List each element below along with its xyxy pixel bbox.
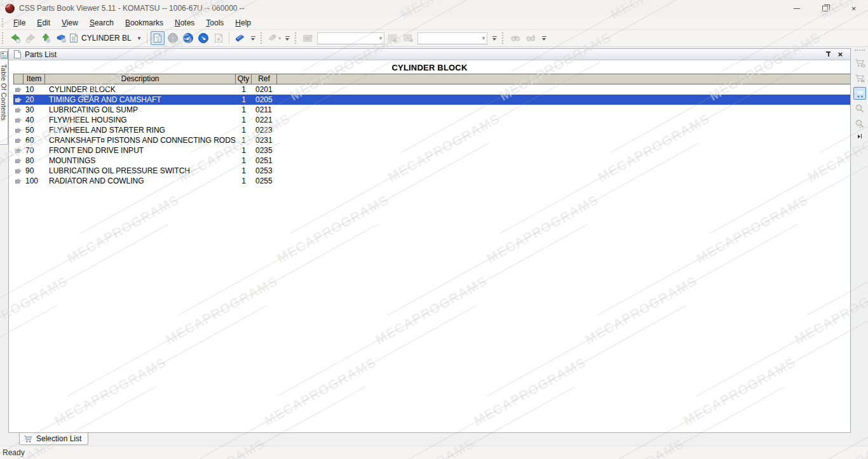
close-button[interactable]: ×: [839, 0, 868, 17]
toolbar-separator: [229, 32, 229, 44]
up-level-button[interactable]: [39, 31, 53, 45]
history-book-button[interactable]: [54, 31, 68, 45]
figure-combo-dropdown-icon[interactable]: ▾: [379, 35, 384, 41]
toolbar-drag-handle[interactable]: [2, 32, 5, 44]
toc-toggle-button[interactable]: [151, 31, 165, 45]
menu-bar: FileEditViewSearchBookmarksNotesToolsHel…: [0, 17, 868, 30]
menu-item-help[interactable]: Help: [229, 17, 257, 29]
prev-figure-button[interactable]: [386, 31, 400, 45]
row-arrow-icon: [15, 87, 22, 93]
toolbar-drag-handle[interactable]: [261, 32, 264, 44]
menubar-drag-handle[interactable]: [2, 18, 5, 27]
add-to-selection-list-button[interactable]: [853, 87, 866, 100]
table-row[interactable]: 20TIMING GEAR AND CAMSHAFT10205: [13, 95, 850, 105]
table-row[interactable]: 100RADIATOR AND COWLING10255: [13, 176, 850, 186]
selection-list-tab[interactable]: Selection List: [19, 433, 88, 445]
table-row[interactable]: 60CRANKSHAFT¤ PISTONS AND CONNECTING ROD…: [13, 135, 850, 145]
table-row[interactable]: 90LUBRICATING OIL PRESSURE SWITCH10253: [13, 166, 850, 176]
cart-remove-button[interactable]: [853, 72, 866, 84]
back-button[interactable]: [8, 31, 22, 45]
nav-next-button[interactable]: ↘: [196, 31, 210, 45]
cell-description: TIMING GEAR AND CAMSHAFT: [45, 95, 236, 105]
find-next-button[interactable]: [524, 31, 538, 45]
toolbar-overflow-button[interactable]: [249, 32, 257, 44]
menu-item-bookmarks[interactable]: Bookmarks: [119, 17, 169, 29]
toolbar-overflow-button[interactable]: [283, 32, 291, 44]
row-arrow-icon: [15, 107, 22, 113]
header-filler: [277, 74, 850, 84]
cell-item: 70: [24, 145, 45, 156]
table-row[interactable]: 30LUBRICATING OIL SUMP10211: [13, 105, 850, 115]
zoom-search-button[interactable]: [853, 102, 866, 115]
nav-up-button[interactable]: ↑: [166, 31, 180, 45]
cell-description: FRONT END DRIVE INPUT: [45, 145, 236, 156]
view-image-button[interactable]: [301, 31, 315, 45]
book-combo[interactable]: CYLINDER BL ▾: [70, 32, 143, 45]
right-toolbar-drag-handle[interactable]: [855, 50, 865, 53]
figure-combo[interactable]: ▾: [317, 32, 384, 44]
toolbar-drag-handle[interactable]: [502, 32, 505, 44]
cell-description: MOUNTINGS: [45, 156, 236, 166]
menu-item-tools[interactable]: Tools: [200, 17, 229, 29]
toc-tab-icon: [1, 50, 8, 62]
notes-book-button[interactable]: [233, 31, 247, 45]
cell-ref: 0235: [252, 145, 277, 156]
sheet-combo-dropdown-icon[interactable]: ▾: [482, 35, 487, 41]
menu-item-search[interactable]: Search: [84, 17, 119, 29]
panel-close-icon[interactable]: ×: [837, 51, 843, 58]
table-row[interactable]: 10CYLINDER BLOCK10201: [13, 84, 850, 95]
next-figure-icon: [403, 34, 414, 43]
parts-list-body: CYLINDER BLOCK Item Description Qty Ref …: [9, 60, 850, 432]
close-document-button[interactable]: ×: [212, 31, 226, 45]
toolbar-overflow-button[interactable]: [540, 32, 548, 44]
cell-filler: [277, 84, 850, 95]
restore-button[interactable]: [811, 0, 839, 17]
image-frame-icon: [302, 34, 314, 43]
menu-item-file[interactable]: File: [8, 17, 31, 29]
nav-previous-button[interactable]: ↙: [181, 31, 195, 45]
parts-table: Item Description Qty Ref 10CYLINDER BLOC…: [13, 74, 850, 186]
cell-ref: 0205: [252, 95, 277, 105]
table-row[interactable]: 80MOUNTINGS10251: [13, 156, 850, 166]
cell-item: 30: [24, 105, 45, 115]
table-of-contents-tab[interactable]: Table Of Contents: [0, 48, 8, 145]
stamp-dropdown-icon[interactable]: ▾: [278, 36, 281, 41]
cell-ref: 0251: [252, 156, 277, 166]
next-figure-button[interactable]: [402, 31, 416, 45]
cell-filler: [277, 166, 850, 176]
menu-item-view[interactable]: View: [56, 17, 84, 29]
cell-qty: 1: [236, 84, 252, 95]
table-row[interactable]: 50FLYWHEEL AND STARTER RING10223: [13, 125, 850, 135]
stamp-tool-button[interactable]: ▾: [267, 31, 281, 45]
cart-settings-button[interactable]: [853, 57, 866, 69]
zoom-goto-button[interactable]: [853, 117, 866, 130]
cell-filler: [277, 125, 850, 135]
menu-item-edit[interactable]: Edit: [31, 17, 56, 29]
up-arrow-icon: [41, 33, 51, 43]
forward-button[interactable]: [24, 31, 37, 45]
sheet-combo[interactable]: ▾: [417, 32, 487, 44]
cart-gear-icon: [855, 58, 865, 68]
cell-ref: 0231: [252, 135, 277, 145]
cell-qty: 1: [236, 145, 252, 156]
app-window: CSS Parts Book Viewer 5.11 - KOMATSU -- …: [0, 0, 868, 459]
right-toolbar-overflow-button[interactable]: [858, 134, 862, 138]
minimize-button[interactable]: [782, 0, 811, 17]
book-combo-dropdown-icon[interactable]: ▾: [135, 34, 144, 43]
toolbar-separator: [147, 32, 147, 44]
find-button[interactable]: [508, 31, 522, 45]
cell-filler: [277, 105, 850, 115]
menu-item-notes[interactable]: Notes: [169, 17, 200, 29]
status-bar: Ready: [0, 446, 868, 459]
table-row[interactable]: 70FRONT END DRIVE INPUT10235: [13, 145, 850, 156]
bottom-tab-row: Selection List: [0, 433, 868, 446]
cell-ref: 0223: [252, 125, 277, 135]
toolbar-overflow-button[interactable]: [491, 32, 498, 44]
cell-description: RADIATOR AND COWLING: [45, 176, 236, 186]
toolbar-drag-handle[interactable]: [295, 32, 298, 44]
table-row[interactable]: 40FLYWHEEL HOUSING10221: [13, 115, 850, 125]
parts-list-caption[interactable]: Parts List ×: [9, 49, 850, 60]
page-title: CYLINDER BLOCK: [9, 63, 850, 72]
auto-hide-pin-icon[interactable]: [825, 51, 831, 58]
cell-description: LUBRICATING OIL SUMP: [45, 105, 236, 115]
